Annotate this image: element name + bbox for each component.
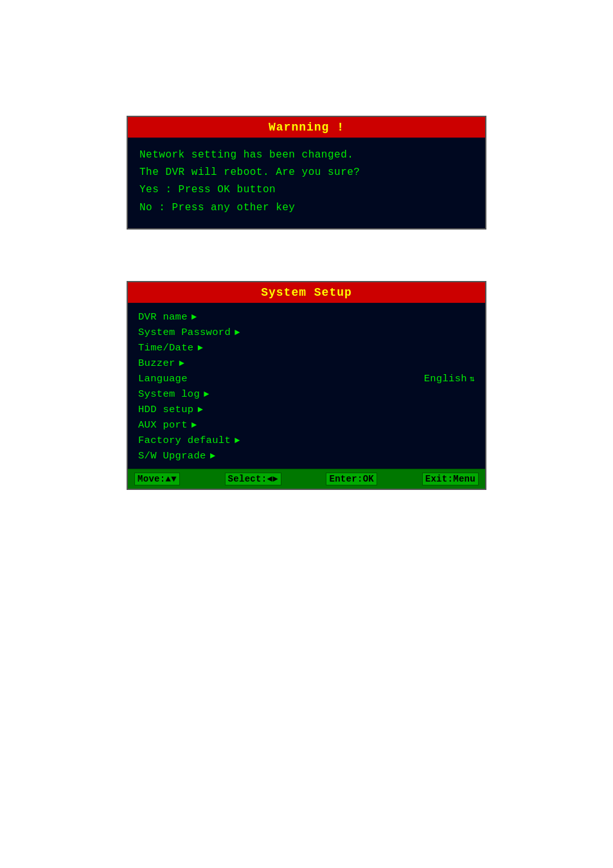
sw-upgrade-arrow: ► bbox=[210, 451, 216, 461]
setup-menu-body: DVR name ► System Password ► Time/Date ►… bbox=[128, 303, 485, 464]
warning-line4: No : Press any other key bbox=[139, 199, 474, 217]
status-select: Select:◄► bbox=[225, 473, 281, 485]
menu-item-password-left: System Password ► bbox=[138, 327, 240, 338]
language-current-value: English bbox=[424, 373, 467, 384]
system-log-label: System log bbox=[138, 388, 200, 400]
warning-line3: Yes : Press OK button bbox=[139, 181, 474, 199]
menu-item-buzzer-left: Buzzer ► bbox=[138, 357, 184, 369]
setup-title: System Setup bbox=[261, 286, 352, 299]
warning-line1: Network setting has been changed. bbox=[139, 147, 474, 164]
menu-item-hdd-left: HDD setup ► bbox=[138, 404, 203, 415]
sw-upgrade-label: S/W Upgrade bbox=[138, 450, 206, 462]
system-password-arrow: ► bbox=[235, 327, 240, 338]
buzzer-label: Buzzer bbox=[138, 357, 175, 369]
menu-item-syslog-left: System log ► bbox=[138, 388, 209, 400]
status-move: Move:▲▼ bbox=[134, 473, 180, 485]
menu-item-system-password[interactable]: System Password ► bbox=[138, 325, 475, 340]
language-label: Language bbox=[138, 373, 188, 384]
warning-title-bar: Warnning ! bbox=[128, 117, 485, 138]
menu-item-sw-upgrade[interactable]: S/W Upgrade ► bbox=[138, 448, 475, 464]
menu-item-time-date[interactable]: Time/Date ► bbox=[138, 340, 475, 356]
language-value-display[interactable]: English ⇅ bbox=[424, 373, 475, 384]
menu-item-hdd-setup[interactable]: HDD setup ► bbox=[138, 402, 475, 417]
menu-item-factory-left: Factory default ► bbox=[138, 435, 240, 446]
menu-item-aux-left: AUX port ► bbox=[138, 419, 197, 431]
aux-port-arrow: ► bbox=[191, 420, 197, 430]
menu-item-system-log[interactable]: System log ► bbox=[138, 386, 475, 402]
menu-item-dvr-name-left: DVR name ► bbox=[138, 311, 197, 323]
hdd-setup-label: HDD setup bbox=[138, 404, 193, 415]
warning-line2: The DVR will reboot. Are you sure? bbox=[139, 164, 474, 181]
status-bar: Move:▲▼ Select:◄► Enter:OK Exit:Menu bbox=[128, 469, 485, 489]
system-password-label: System Password bbox=[138, 327, 231, 338]
menu-item-language-left: Language bbox=[138, 373, 188, 384]
menu-item-aux-port[interactable]: AUX port ► bbox=[138, 417, 475, 433]
menu-item-factory-default[interactable]: Factory default ► bbox=[138, 433, 475, 448]
dvr-name-arrow: ► bbox=[191, 312, 197, 322]
setup-title-bar: System Setup bbox=[128, 282, 485, 303]
warning-dialog: Warnning ! Network setting has been chan… bbox=[127, 116, 486, 230]
system-setup-panel: System Setup DVR name ► System Password … bbox=[127, 281, 486, 490]
menu-item-timedate-left: Time/Date ► bbox=[138, 342, 203, 354]
menu-item-language[interactable]: Language English ⇅ bbox=[138, 371, 475, 386]
status-enter: Enter:OK bbox=[326, 473, 377, 485]
status-exit: Exit:Menu bbox=[422, 473, 479, 485]
factory-default-label: Factory default bbox=[138, 435, 231, 446]
aux-port-label: AUX port bbox=[138, 419, 188, 431]
warning-body: Network setting has been changed. The DV… bbox=[128, 138, 485, 228]
time-date-label: Time/Date bbox=[138, 342, 193, 354]
language-updown-icon: ⇅ bbox=[470, 374, 475, 384]
factory-default-arrow: ► bbox=[235, 435, 240, 446]
menu-item-buzzer[interactable]: Buzzer ► bbox=[138, 356, 475, 371]
menu-item-sw-left: S/W Upgrade ► bbox=[138, 450, 215, 462]
dvr-name-label: DVR name bbox=[138, 311, 188, 323]
warning-title: Warnning ! bbox=[269, 121, 344, 134]
time-date-arrow: ► bbox=[197, 343, 203, 353]
hdd-setup-arrow: ► bbox=[197, 404, 203, 415]
buzzer-arrow: ► bbox=[179, 358, 185, 368]
system-log-arrow: ► bbox=[204, 389, 209, 399]
menu-item-dvr-name[interactable]: DVR name ► bbox=[138, 309, 475, 325]
